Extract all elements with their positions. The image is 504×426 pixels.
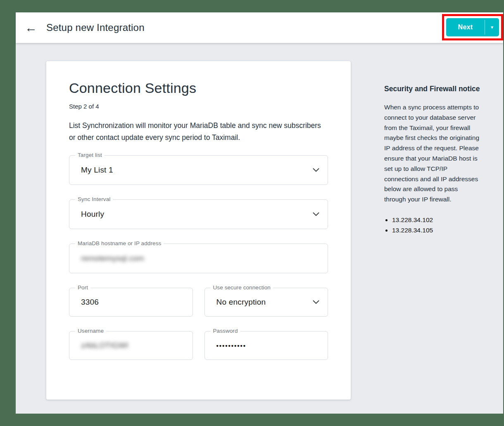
- notice-title: Security and Firewall notice: [384, 83, 480, 95]
- secure-connection-select[interactable]: Use secure connection No encryption: [204, 288, 328, 317]
- connection-settings-card: Connection Settings Step 2 of 4 List Syn…: [46, 61, 351, 400]
- target-list-select[interactable]: Target list My List 1: [69, 155, 328, 185]
- port-secure-row: Port 3306 Use secure connection No encry…: [69, 288, 328, 317]
- step-indicator: Step 2 of 4: [69, 103, 328, 110]
- chevron-down-icon: [313, 168, 319, 172]
- card-title: Connection Settings: [69, 80, 328, 96]
- field-value-blurred: remotemysql.com: [81, 254, 319, 263]
- ip-address-list: 13.228.34.102 13.228.34.105: [384, 215, 480, 235]
- red-annotation-rectangle: Next ▾: [442, 14, 503, 40]
- field-label: Port: [75, 284, 90, 291]
- content-area: Connection Settings Step 2 of 4 List Syn…: [16, 43, 503, 414]
- chevron-down-icon: [313, 300, 319, 304]
- security-notice-panel: Security and Firewall notice When a sync…: [384, 83, 480, 235]
- field-value-masked: ••••••••••: [216, 342, 320, 349]
- chevron-down-icon: [313, 212, 319, 216]
- notice-body: When a sync process attempts to connect …: [384, 102, 480, 205]
- page-title: Setup new Integration: [46, 22, 145, 33]
- username-input[interactable]: Username zAbLOTIGWI: [69, 331, 193, 360]
- top-bar: ← Setup new Integration Next ▾: [16, 12, 503, 43]
- port-input[interactable]: Port 3306: [69, 288, 193, 317]
- field-label: Sync Interval: [75, 196, 113, 202]
- password-input[interactable]: Password ••••••••••: [204, 331, 328, 360]
- back-arrow-icon[interactable]: ←: [25, 21, 37, 34]
- field-label: Password: [211, 328, 240, 334]
- next-button[interactable]: Next: [446, 18, 485, 36]
- ip-address-item: 13.228.34.105: [392, 225, 480, 235]
- field-value: My List 1: [81, 166, 313, 175]
- field-value-blurred: zAbLOTIGWI: [81, 341, 184, 350]
- next-split-button[interactable]: Next ▾: [446, 18, 499, 36]
- card-description: List Synchronization will monitor your M…: [69, 120, 328, 144]
- app-window: ← Setup new Integration Next ▾ Connectio…: [16, 12, 503, 414]
- dropdown-caret-icon[interactable]: ▾: [485, 18, 499, 36]
- hostname-input[interactable]: MariaDB hostname or IP address remotemys…: [69, 244, 328, 273]
- credentials-row: Username zAbLOTIGWI Password ••••••••••: [69, 331, 328, 360]
- sync-interval-select[interactable]: Sync Interval Hourly: [69, 199, 328, 229]
- field-value: Hourly: [81, 210, 313, 219]
- field-value: No encryption: [216, 298, 313, 307]
- field-label: MariaDB hostname or IP address: [75, 240, 164, 246]
- ip-address-item: 13.228.34.102: [392, 215, 480, 225]
- field-label: Username: [75, 328, 106, 334]
- field-value: 3306: [81, 298, 184, 307]
- field-label: Target list: [75, 152, 105, 158]
- field-label: Use secure connection: [211, 284, 273, 291]
